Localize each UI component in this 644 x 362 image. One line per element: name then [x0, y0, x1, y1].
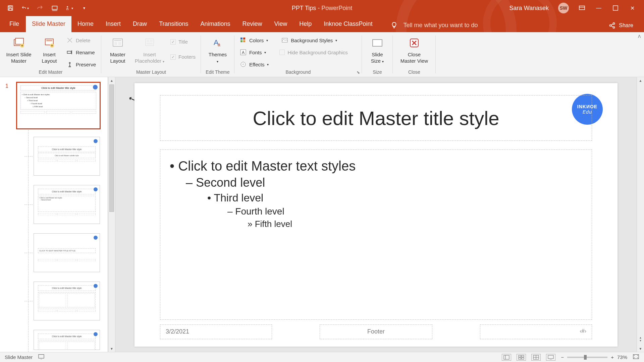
zoom-control[interactable]: − + 73% [561, 354, 627, 360]
minimize-icon[interactable]: — [595, 4, 602, 12]
scroll-up-icon[interactable]: ▲ [108, 77, 115, 84]
master-layout-button[interactable]: Master Layout [105, 34, 131, 64]
svg-point-9 [613, 26, 615, 28]
titlebar: ▾ ▾ ▾ PPT Tips - PowerPoint Sara Wanasek… [0, 0, 644, 16]
normal-view-button[interactable] [502, 354, 511, 361]
insert-layout-button[interactable]: Insert Layout [36, 34, 62, 64]
rename-button[interactable]: Rename [64, 48, 98, 57]
close-icon[interactable]: ✕ [629, 4, 636, 12]
date-placeholder[interactable]: 3/2/2021 [160, 324, 272, 339]
svg-point-8 [610, 25, 611, 26]
tab-home[interactable]: Home [71, 16, 100, 32]
svg-rect-21 [118, 42, 121, 45]
close-master-view-button[interactable]: Close Master View [396, 34, 432, 64]
group-size: Slide Size ▾ Size [362, 32, 393, 77]
tab-review[interactable]: Review [236, 16, 268, 32]
footer-placeholder[interactable]: Footer [320, 324, 432, 339]
zoom-out-button[interactable]: − [561, 354, 564, 360]
tab-animations[interactable]: Animations [195, 16, 236, 32]
svg-rect-11 [15, 38, 23, 44]
tell-me-search[interactable] [390, 21, 511, 32]
share-button[interactable]: Share [609, 22, 641, 32]
undo-icon[interactable]: ▾ [21, 4, 29, 12]
work-area: 1 Click to edit Master title style • Cli… [0, 77, 644, 352]
zoom-in-button[interactable]: + [611, 354, 614, 360]
group-edit-master: Insert Slide Master Insert Layout Delete… [0, 32, 101, 77]
themes-button[interactable]: Aa Themes▾ [204, 34, 231, 64]
svg-rect-14 [46, 40, 52, 41]
group-label-background: Background [286, 69, 311, 77]
window-title: PPT Tips - PowerPoint [292, 5, 353, 12]
scroll-page-icons[interactable]: ▲▼ [637, 334, 644, 345]
layout-thumbnail[interactable]: CLICK TO EDIT MASTER TITLE STYLE [34, 233, 100, 272]
scroll-down-icon[interactable]: ▼ [108, 345, 115, 352]
title-placeholder[interactable]: Click to edit Master title style [160, 95, 592, 141]
ribbon-tabs: File Slide Master Home Insert Draw Trans… [0, 16, 644, 32]
redo-icon[interactable] [36, 4, 44, 12]
scroll-up-icon[interactable]: ▲ [637, 77, 644, 84]
layout-thumbnail[interactable]: Click to edit Master title style Click t… [34, 137, 100, 176]
fit-to-window-button[interactable] [633, 354, 639, 360]
slide-master-canvas[interactable]: INKИOE Edu Click to edit Master title st… [135, 83, 618, 347]
layout-thumbnail[interactable]: Click to edit Master title style [34, 282, 100, 320]
tab-file[interactable]: File [3, 16, 26, 32]
save-icon[interactable] [7, 4, 14, 12]
share-label: Share [619, 22, 633, 28]
group-master-layout: Master Layout Insert Placeholder ▾ ✓Titl… [101, 32, 201, 77]
background-styles-button[interactable]: Background Styles ▾ [279, 36, 339, 45]
svg-text:A: A [242, 50, 245, 55]
avatar[interactable]: SW [558, 3, 569, 13]
svg-rect-31 [243, 40, 245, 42]
content-placeholder[interactable]: Click to edit Master text styles Second … [160, 149, 592, 320]
qat-customize-icon[interactable]: ▾ [80, 4, 88, 12]
background-dialog-launcher-icon[interactable]: ⬊ [357, 70, 360, 75]
layout-thumbnail[interactable]: Click to edit Master title style • Click… [34, 185, 100, 224]
zoom-level[interactable]: 73% [617, 354, 627, 360]
maximize-icon[interactable] [612, 4, 619, 12]
body-level-4: Fourth level [227, 206, 582, 217]
colors-button[interactable]: Colors ▾ [238, 36, 270, 45]
master-thumbnail[interactable]: Click to edit Master title style • Click… [16, 82, 101, 129]
ribbon-display-icon[interactable] [578, 4, 586, 12]
insert-slide-master-button[interactable]: Insert Slide Master [3, 34, 34, 64]
tab-view[interactable]: View [268, 16, 293, 32]
tab-inknoe-classpoint[interactable]: Inknoe ClassPoint [318, 16, 378, 32]
status-mode: Slide Master [5, 354, 33, 360]
svg-rect-30 [240, 40, 243, 42]
thumbnail-panel: 1 Click to edit Master title style • Cli… [0, 77, 108, 352]
tab-insert[interactable]: Insert [100, 16, 127, 32]
zoom-slider[interactable] [567, 357, 607, 358]
svg-rect-28 [240, 38, 243, 40]
scroll-down-icon[interactable]: ▼ [637, 345, 644, 352]
tab-slide-master[interactable]: Slide Master [26, 16, 71, 32]
tab-transitions[interactable]: Transitions [153, 16, 194, 32]
start-from-beginning-icon[interactable] [51, 4, 58, 12]
slideshow-view-button[interactable] [546, 354, 555, 361]
tell-me-input[interactable] [403, 22, 511, 29]
touch-mode-icon[interactable]: ▾ [66, 4, 73, 12]
svg-rect-46 [548, 355, 553, 359]
slide-canvas-area[interactable]: ↖ INKИOE Edu Click to edit Master title … [115, 77, 637, 352]
svg-rect-39 [39, 355, 44, 358]
svg-rect-37 [373, 40, 382, 46]
effects-button[interactable]: Effects ▾ [238, 60, 271, 69]
display-settings-icon[interactable] [38, 354, 45, 360]
collapse-ribbon-icon[interactable]: ᐱ [638, 34, 641, 39]
fonts-button[interactable]: AFonts ▾ [238, 48, 268, 57]
preserve-button[interactable]: Preserve [64, 60, 98, 69]
tab-draw[interactable]: Draw [127, 16, 153, 32]
svg-rect-20 [114, 42, 117, 45]
slide-sorter-view-button[interactable] [517, 354, 526, 361]
slide-number-placeholder[interactable]: ‹#› [480, 324, 592, 339]
layout-thumbnail[interactable]: Click to edit Master title style [34, 330, 100, 350]
scrollbar-thumb[interactable] [109, 84, 114, 212]
thumbnail-scrollbar[interactable]: ▲ ▼ [108, 77, 115, 352]
body-level-5: Fifth level [248, 219, 582, 229]
svg-point-36 [242, 63, 244, 65]
tab-help[interactable]: Help [293, 16, 318, 32]
reading-view-button[interactable] [531, 354, 541, 361]
canvas-scrollbar[interactable]: ▲ ▲▼ ▼ [637, 77, 644, 352]
status-bar: Slide Master − + 73% [0, 352, 644, 362]
slide-size-button[interactable]: Slide Size ▾ [365, 34, 389, 64]
svg-rect-44 [522, 358, 524, 359]
